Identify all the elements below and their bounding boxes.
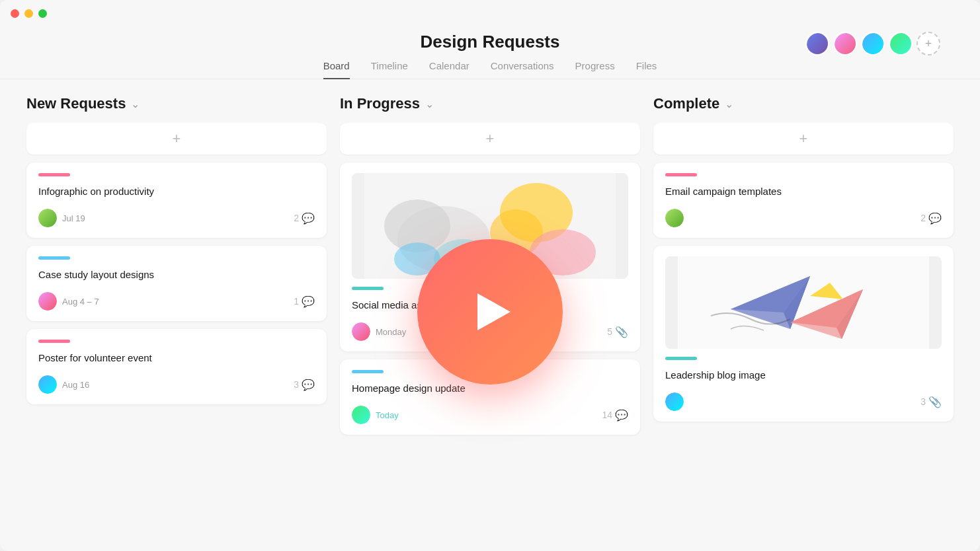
comment-count: 2	[920, 213, 926, 223]
play-button[interactable]	[417, 239, 563, 385]
comment-icon: 💬	[302, 212, 315, 225]
comment-icon: 💬	[302, 379, 315, 391]
comment-icon: 💬	[928, 212, 942, 225]
card-case-study[interactable]: Case study layout designs Aug 4 – 7 1 💬	[26, 246, 327, 321]
comment-count: 5	[607, 326, 612, 337]
team-avatars: +	[805, 32, 940, 55]
card-footer: Aug 16 3 💬	[38, 375, 315, 394]
card-date: Aug 16	[62, 380, 89, 390]
card-tag	[38, 340, 70, 343]
column-header-complete: Complete ⌄	[653, 95, 954, 112]
comment-count: 1	[294, 296, 299, 307]
card-comments: 2 💬	[294, 212, 315, 225]
comment-count: 2	[294, 213, 299, 223]
nav-tabs: Board Timeline Calendar Conversations Pr…	[0, 60, 980, 79]
avatar-1[interactable]	[805, 32, 829, 55]
avatar	[38, 209, 57, 227]
card-user: Aug 4 – 7	[38, 292, 99, 311]
card-image	[665, 256, 942, 349]
chevron-down-icon[interactable]: ⌄	[425, 98, 434, 110]
add-card-button-new[interactable]: +	[26, 123, 327, 155]
attachment-icon: 📎	[615, 326, 628, 338]
add-member-button[interactable]: +	[917, 32, 940, 55]
window: Design Requests + Board Timeline Calenda…	[0, 0, 980, 551]
card-infographic[interactable]: Infographic on productivity Jul 19 2 💬	[26, 163, 327, 238]
card-leadership-blog[interactable]: Leadership blog image 3 📎	[653, 246, 954, 422]
card-title: Infographic on productivity	[38, 184, 315, 198]
card-footer: 2 💬	[665, 209, 942, 227]
card-comments: 3 💬	[294, 379, 315, 391]
card-footer: Aug 4 – 7 1 💬	[38, 292, 315, 311]
comment-count: 3	[920, 396, 926, 407]
add-card-button-progress[interactable]: +	[340, 123, 640, 155]
column-in-progress: In Progress ⌄ +	[340, 95, 640, 529]
card-title: Poster for volunteer event	[38, 351, 315, 365]
card-user: Jul 19	[38, 209, 85, 227]
avatar	[38, 375, 57, 394]
card-user: Monday	[352, 322, 406, 341]
add-card-button-complete[interactable]: +	[653, 123, 954, 155]
card-comments: 14 💬	[602, 409, 628, 422]
chevron-down-icon[interactable]: ⌄	[131, 98, 140, 110]
tab-files[interactable]: Files	[636, 60, 657, 79]
tab-timeline[interactable]: Timeline	[371, 60, 408, 79]
tab-board[interactable]: Board	[323, 60, 350, 79]
avatar	[38, 292, 57, 311]
column-complete: Complete ⌄ + Email campaign templates 2	[653, 95, 954, 529]
card-title: Email campaign templates	[665, 184, 942, 198]
column-new-requests: New Requests ⌄ + Infographic on producti…	[26, 95, 327, 529]
column-title-new-requests: New Requests	[26, 95, 126, 112]
tab-progress[interactable]: Progress	[575, 60, 615, 79]
tab-conversations[interactable]: Conversations	[491, 60, 554, 79]
card-poster[interactable]: Poster for volunteer event Aug 16 3 💬	[26, 329, 327, 404]
card-user	[665, 209, 684, 227]
card-footer: Jul 19 2 💬	[38, 209, 315, 227]
card-footer: Today 14 💬	[352, 406, 628, 424]
avatar-3[interactable]	[861, 32, 885, 55]
comment-count: 3	[294, 379, 299, 390]
card-user	[665, 392, 684, 411]
avatar-2[interactable]	[833, 32, 857, 55]
column-header-in-progress: In Progress ⌄	[340, 95, 640, 112]
card-comments: 2 💬	[920, 212, 942, 225]
attachment-icon: 📎	[928, 396, 942, 408]
card-comments: 1 💬	[294, 295, 315, 308]
comment-icon: 💬	[302, 295, 315, 308]
card-title: Leadership blog image	[665, 368, 942, 382]
card-user: Today	[352, 406, 399, 424]
avatar-4[interactable]	[889, 32, 913, 55]
chevron-down-icon[interactable]: ⌄	[725, 98, 733, 110]
card-footer: 3 📎	[665, 392, 942, 411]
card-comments: 3 📎	[920, 396, 942, 408]
avatar	[665, 209, 684, 227]
tab-calendar[interactable]: Calendar	[429, 60, 470, 79]
card-email-campaign[interactable]: Email campaign templates 2 💬	[653, 163, 954, 238]
card-tag	[665, 357, 697, 360]
avatar	[352, 322, 370, 341]
board: New Requests ⌄ + Infographic on producti…	[0, 79, 980, 544]
comment-icon: 💬	[615, 409, 628, 422]
play-button-overlay[interactable]	[417, 239, 563, 385]
avatar	[665, 392, 684, 411]
card-tag	[352, 370, 384, 373]
svg-rect-8	[678, 256, 929, 349]
titlebar	[0, 0, 980, 26]
card-tag	[665, 173, 697, 176]
card-tag	[38, 256, 70, 260]
card-user: Aug 16	[38, 375, 89, 394]
card-comments: 5 📎	[607, 326, 628, 338]
comment-count: 14	[602, 410, 612, 420]
column-header-new-requests: New Requests ⌄	[26, 95, 327, 112]
avatar	[352, 406, 370, 424]
column-title-in-progress: In Progress	[340, 95, 420, 112]
column-title-complete: Complete	[653, 95, 719, 112]
play-icon	[477, 293, 510, 330]
card-title: Case study layout designs	[38, 268, 315, 281]
card-date: Jul 19	[62, 213, 85, 223]
close-button[interactable]	[11, 9, 19, 18]
card-tag	[38, 173, 70, 176]
maximize-button[interactable]	[38, 9, 47, 18]
minimize-button[interactable]	[24, 9, 33, 18]
card-tag	[352, 287, 384, 290]
card-date: Monday	[376, 327, 406, 337]
